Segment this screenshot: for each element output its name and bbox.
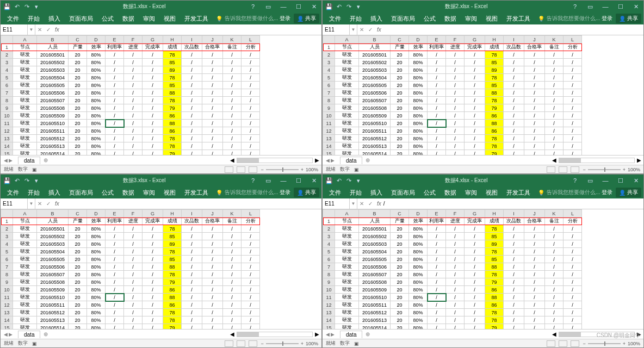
cell[interactable]: / [182, 271, 202, 278]
tell-me[interactable]: 💡告诉我您想要做什么... [216, 15, 278, 22]
cell[interactable]: / [223, 316, 242, 324]
cell[interactable]: / [446, 97, 465, 104]
col-header[interactable]: A [335, 210, 359, 217]
cell[interactable]: 研发 [335, 150, 359, 156]
col-header[interactable]: D [409, 36, 428, 44]
table-header-cell[interactable]: 人员 [37, 217, 69, 225]
cell[interactable]: / [545, 51, 564, 59]
cell[interactable]: 研发 [335, 309, 359, 316]
ribbon-tab[interactable]: 视图 [159, 187, 180, 198]
table-header-cell[interactable]: 次品数 [182, 217, 202, 225]
cell[interactable]: 研发 [335, 104, 359, 112]
cell[interactable]: 20 [391, 225, 409, 233]
fx-icon[interactable]: fx [53, 201, 61, 207]
cell[interactable]: / [106, 150, 124, 156]
cell[interactable]: / [223, 233, 242, 240]
cell[interactable]: 201605510 [359, 120, 391, 127]
cell[interactable]: / [524, 301, 545, 309]
col-header[interactable]: K [223, 210, 242, 217]
cell[interactable]: / [504, 104, 524, 112]
cell[interactable]: / [202, 82, 223, 89]
cell[interactable]: / [504, 225, 524, 233]
cell[interactable]: / [223, 240, 242, 248]
cell[interactable]: / [564, 135, 582, 142]
cell[interactable]: 201605505 [37, 256, 69, 263]
table-header-cell[interactable]: 节点 [13, 44, 37, 51]
cell[interactable]: 研发 [13, 120, 37, 127]
cell[interactable]: 80% [409, 225, 428, 233]
tab-nav-prev-icon[interactable]: ◀ [326, 158, 330, 163]
cell[interactable]: / [545, 120, 564, 127]
cell[interactable]: / [106, 233, 124, 240]
cell[interactable]: 20 [69, 59, 87, 66]
cell[interactable]: 89 [163, 240, 182, 248]
cell[interactable]: / [428, 104, 446, 112]
cell[interactable]: / [124, 309, 143, 316]
cell[interactable]: / [446, 59, 465, 66]
cell[interactable]: / [143, 309, 163, 316]
cell[interactable]: / [182, 150, 202, 156]
cell[interactable]: 86 [485, 286, 504, 294]
table-header-cell[interactable]: 合格率 [202, 44, 223, 51]
col-header[interactable]: H [485, 36, 504, 44]
cell[interactable]: / [524, 248, 545, 256]
cell[interactable]: / [106, 104, 124, 112]
ribbon-tab[interactable]: 审阅 [139, 13, 159, 24]
cell[interactable]: 研发 [335, 51, 359, 59]
ribbon-tab[interactable]: 插入 [44, 13, 65, 24]
col-header[interactable]: D [409, 210, 428, 217]
scroll-right-icon[interactable]: ▶ [315, 331, 319, 337]
cell[interactable]: / [446, 240, 465, 248]
cell[interactable]: 研发 [335, 74, 359, 82]
view-break-icon[interactable] [571, 166, 579, 173]
cell[interactable]: / [545, 66, 564, 74]
cell[interactable]: / [564, 127, 582, 135]
cell[interactable]: / [223, 248, 242, 256]
cell[interactable]: 201605507 [359, 271, 391, 278]
cell[interactable]: / [242, 233, 260, 240]
view-normal-icon[interactable] [225, 166, 233, 173]
cell[interactable]: 201605514 [359, 150, 391, 156]
enter-icon[interactable]: ✓ [44, 27, 53, 33]
tab-nav-next-icon[interactable]: ▶ [331, 158, 335, 163]
cell[interactable]: / [242, 112, 260, 120]
cell[interactable]: / [202, 271, 223, 278]
cell[interactable]: 80% [409, 316, 428, 324]
cell[interactable]: 20 [69, 286, 87, 294]
col-header[interactable]: D [87, 210, 106, 217]
cell[interactable]: / [202, 324, 223, 330]
cell[interactable]: / [428, 309, 446, 316]
col-header[interactable]: J [524, 36, 545, 44]
cell[interactable]: 20 [69, 112, 87, 120]
row-header[interactable]: 5 [1, 74, 13, 82]
table-header-cell[interactable]: 产量 [391, 217, 409, 225]
cell[interactable]: / [465, 142, 485, 150]
cell[interactable]: 80% [87, 150, 106, 156]
row-header[interactable]: 2 [323, 225, 335, 233]
cell[interactable]: 85 [485, 256, 504, 263]
cell[interactable]: / [524, 51, 545, 59]
cell[interactable]: / [106, 316, 124, 324]
redo-icon[interactable]: ↷ [23, 177, 30, 184]
help-icon[interactable]: ? [245, 3, 261, 10]
cell[interactable]: 研发 [335, 248, 359, 256]
cell[interactable]: / [545, 256, 564, 263]
cell[interactable]: 80% [87, 74, 106, 82]
cell[interactable]: 201605511 [359, 301, 391, 309]
row-header[interactable]: 12 [323, 301, 335, 309]
col-header[interactable]: C [391, 210, 409, 217]
qat-more-icon[interactable]: ▾ [33, 177, 40, 184]
cell[interactable]: / [504, 309, 524, 316]
cell[interactable]: 研发 [335, 66, 359, 74]
cell[interactable]: / [202, 66, 223, 74]
record-macro-icon[interactable]: ▣ [354, 341, 359, 346]
cell[interactable]: 研发 [13, 271, 37, 278]
col-header[interactable]: G [143, 36, 163, 44]
cell[interactable]: / [504, 59, 524, 66]
cell[interactable]: 85 [485, 233, 504, 240]
cell[interactable]: / [223, 51, 242, 59]
zoom-out-icon[interactable]: − [583, 167, 585, 172]
cell[interactable]: / [524, 104, 545, 112]
tell-me[interactable]: 💡告诉我您想要做什么... [538, 189, 600, 196]
cell[interactable]: 85 [163, 233, 182, 240]
